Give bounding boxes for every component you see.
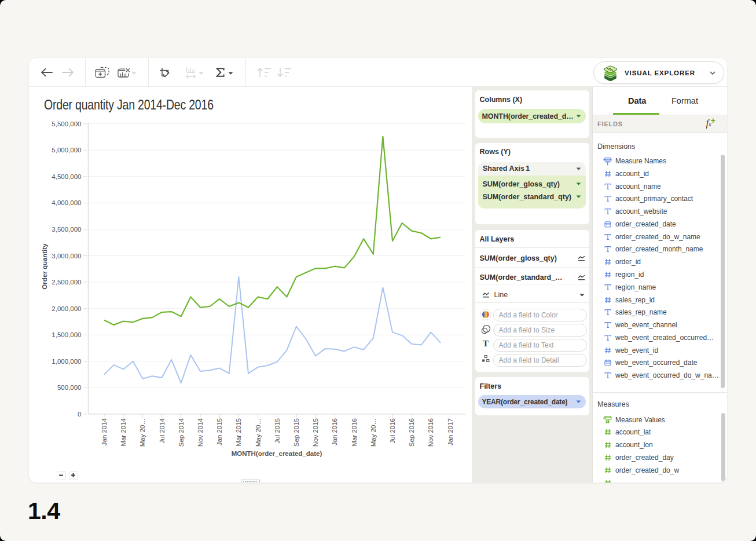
svg-text:1,500,000: 1,500,000 [52,331,81,338]
svg-text:Mar 2014: Mar 2014 [120,418,127,446]
svg-text:Jan 2015: Jan 2015 [216,418,223,445]
svg-text:4,000,000: 4,000,000 [52,199,81,206]
svg-text:Jan 2017: Jan 2017 [447,418,454,445]
svg-text:May 20…: May 20… [139,418,146,447]
svg-text:Order quantity: Order quantity [41,243,48,290]
svg-text:Jul 2014: Jul 2014 [159,418,166,443]
svg-text:0: 0 [78,411,81,418]
svg-text:Jul 2016: Jul 2016 [389,418,396,443]
svg-text:May 20…: May 20… [370,418,377,447]
svg-text:2,500,000: 2,500,000 [52,279,81,286]
svg-text:1,000,000: 1,000,000 [52,358,81,365]
svg-text:Jan 2016: Jan 2016 [331,418,338,445]
svg-text:Jan 2014: Jan 2014 [101,418,108,445]
svg-text:Sep 2014: Sep 2014 [178,418,185,447]
svg-text:MONTH(order_created_date): MONTH(order_created_date) [232,450,322,457]
svg-text:5,500,000: 5,500,000 [52,120,81,127]
svg-text:Mar 2015: Mar 2015 [235,418,242,447]
svg-text:5,000,000: 5,000,000 [52,147,81,153]
svg-text:Nov 2016: Nov 2016 [427,418,434,447]
svg-text:3,000,000: 3,000,000 [52,253,81,259]
svg-text:May 20…: May 20… [255,418,262,447]
svg-text:Nov 2014: Nov 2014 [197,418,204,447]
svg-text:Jul 2015: Jul 2015 [274,418,281,443]
svg-text:500,000: 500,000 [57,384,82,391]
svg-text:Sep 2015: Sep 2015 [293,418,300,447]
svg-text:3,500,000: 3,500,000 [52,226,81,233]
svg-text:Nov 2015: Nov 2015 [312,418,319,447]
svg-text:Sep 2016: Sep 2016 [408,418,415,447]
svg-text:Mar 2016: Mar 2016 [351,418,358,447]
svg-text:4,500,000: 4,500,000 [52,173,81,180]
svg-text:2,000,000: 2,000,000 [52,305,81,312]
